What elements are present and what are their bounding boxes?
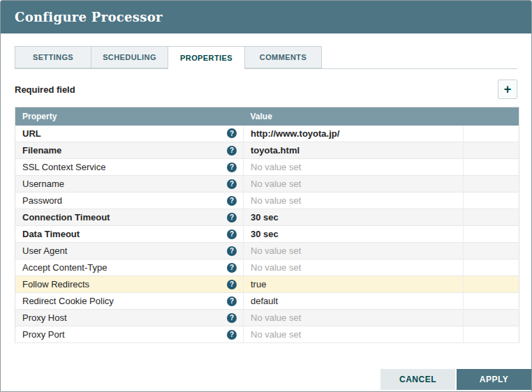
table-row: Connection Timeout ? 30 sec <box>15 209 519 226</box>
question-circle-icon[interactable]: ? <box>227 128 237 138</box>
tab-settings[interactable]: SETTINGS <box>15 46 91 68</box>
empty-cell <box>464 209 519 226</box>
property-name: Connection Timeout <box>22 212 110 223</box>
table-row: User Agent ? No value set <box>15 243 519 259</box>
property-name: Redirect Cookie Policy <box>22 296 114 306</box>
property-name: Password <box>22 195 62 206</box>
property-cell: Accept Content-Type ? <box>15 259 244 276</box>
property-value[interactable]: toyota.html <box>244 142 464 159</box>
required-field-label: Required field <box>15 84 75 95</box>
table-row: Accept Content-Type ? No value set <box>15 259 519 276</box>
property-value[interactable]: No value set <box>244 259 464 276</box>
property-cell: Data Timeout ? <box>15 226 244 243</box>
property-name: Proxy Port <box>22 329 65 340</box>
table-row: Password ? No value set <box>15 193 519 209</box>
table-row: Data Timeout ? 30 sec <box>15 226 519 243</box>
empty-cell <box>464 326 519 343</box>
dialog-title: Configure Processor <box>15 10 163 24</box>
table-row: Proxy Host ? No value set <box>15 310 519 326</box>
question-circle-icon[interactable]: ? <box>227 263 237 273</box>
question-circle-icon[interactable]: ? <box>227 196 237 206</box>
property-value[interactable]: No value set <box>244 193 464 209</box>
column-header-empty <box>464 107 519 126</box>
properties-table-body: URL ? http://www.toyota.jp/ Filename ? t… <box>15 126 519 343</box>
property-name: User Agent <box>22 246 67 256</box>
property-cell: Username ? <box>15 176 244 193</box>
property-value[interactable]: 30 sec <box>244 209 464 226</box>
plus-icon: + <box>504 83 512 96</box>
property-cell: Redirect Cookie Policy ? <box>15 293 244 310</box>
property-value[interactable]: No value set <box>244 243 464 259</box>
property-value[interactable]: default <box>244 293 464 310</box>
property-name: URL <box>22 128 41 139</box>
empty-cell <box>464 310 519 326</box>
dialog-header: Configure Processor <box>1 1 531 33</box>
table-row: Follow Redirects ? true <box>15 276 519 293</box>
property-cell: URL ? <box>15 126 244 142</box>
question-circle-icon[interactable]: ? <box>227 179 237 189</box>
question-circle-icon[interactable]: ? <box>227 146 237 156</box>
property-name: Username <box>22 179 64 189</box>
table-row: Proxy Port ? No value set <box>15 326 519 343</box>
question-circle-icon[interactable]: ? <box>227 313 237 323</box>
table-row: URL ? http://www.toyota.jp/ <box>15 126 519 142</box>
table-row: SSL Context Service ? No value set <box>15 159 519 176</box>
property-cell: Password ? <box>15 193 244 209</box>
column-header-value: Value <box>244 107 464 126</box>
empty-cell <box>464 126 519 142</box>
empty-cell <box>464 276 519 293</box>
property-cell: User Agent ? <box>15 243 244 259</box>
empty-cell <box>464 259 519 276</box>
table-row: Redirect Cookie Policy ? default <box>15 293 519 310</box>
table-toolbar: Required field + <box>15 80 517 99</box>
property-name: SSL Context Service <box>22 162 105 172</box>
property-value[interactable]: 30 sec <box>244 226 464 243</box>
question-circle-icon[interactable]: ? <box>227 229 237 239</box>
question-circle-icon[interactable]: ? <box>227 213 237 223</box>
property-cell: SSL Context Service ? <box>15 159 244 176</box>
empty-cell <box>464 142 519 159</box>
question-circle-icon[interactable]: ? <box>227 163 237 172</box>
property-name: Accept Content-Type <box>22 262 107 273</box>
table-row: Username ? No value set <box>15 176 519 193</box>
property-cell: Filename ? <box>15 142 244 159</box>
tab-scheduling[interactable]: SCHEDULING <box>91 46 168 68</box>
question-circle-icon[interactable]: ? <box>227 246 237 256</box>
property-value[interactable]: true <box>244 276 464 293</box>
question-circle-icon[interactable]: ? <box>227 330 237 340</box>
property-cell: Proxy Port ? <box>15 326 244 343</box>
property-cell: Connection Timeout ? <box>15 209 244 226</box>
dialog-footer: CANCEL APPLY <box>380 369 531 390</box>
question-circle-icon[interactable]: ? <box>227 280 237 289</box>
property-value[interactable]: No value set <box>244 326 464 343</box>
tab-comments[interactable]: COMMENTS <box>245 46 322 68</box>
property-name: Data Timeout <box>22 229 80 239</box>
column-header-property: Property <box>15 107 244 126</box>
tab-bar: SETTINGS SCHEDULING PROPERTIES COMMENTS <box>15 46 517 69</box>
property-value[interactable]: No value set <box>244 310 464 326</box>
property-cell: Proxy Host ? <box>15 310 244 326</box>
tab-properties[interactable]: PROPERTIES <box>168 46 245 69</box>
apply-button[interactable]: APPLY <box>457 369 531 390</box>
empty-cell <box>464 293 519 310</box>
empty-cell <box>464 243 519 259</box>
property-value[interactable]: No value set <box>244 159 464 176</box>
property-name: Follow Redirects <box>22 279 89 289</box>
add-property-button[interactable]: + <box>498 80 517 99</box>
property-cell: Follow Redirects ? <box>15 276 244 293</box>
configure-processor-dialog: Configure Processor SETTINGS SCHEDULING … <box>0 0 532 392</box>
properties-table: Property Value URL ? http://www.toyota.j… <box>15 107 519 343</box>
cancel-button[interactable]: CANCEL <box>380 369 455 390</box>
property-value[interactable]: No value set <box>244 176 464 193</box>
empty-cell <box>464 176 519 193</box>
empty-cell <box>464 159 519 176</box>
table-row: Filename ? toyota.html <box>15 142 519 159</box>
property-value[interactable]: http://www.toyota.jp/ <box>244 126 464 142</box>
header-row: Property Value <box>15 107 519 126</box>
question-circle-icon[interactable]: ? <box>227 296 237 306</box>
empty-cell <box>464 193 519 209</box>
empty-cell <box>464 226 519 243</box>
property-name: Proxy Host <box>22 312 67 323</box>
properties-table-header: Property Value <box>15 107 519 126</box>
property-name: Filename <box>22 145 61 156</box>
